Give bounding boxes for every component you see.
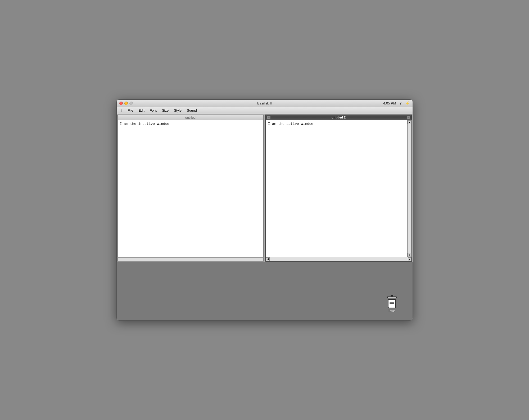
active-window: ☰ untitled 2 ☰ I am the active window ▲ bbox=[265, 115, 412, 262]
mac-window: Basilisk II 4:05 PM ? ⚡  File Edit Font… bbox=[116, 99, 413, 321]
active-window-title: untitled 2 bbox=[271, 116, 407, 119]
menu-item-file[interactable]: File bbox=[125, 107, 136, 114]
maximize-button[interactable] bbox=[129, 102, 133, 105]
scroll-track-horizontal[interactable] bbox=[270, 257, 408, 261]
desktop-area: Trash bbox=[117, 262, 413, 320]
title-bar-buttons bbox=[119, 102, 133, 105]
active-text: I am the active window bbox=[268, 122, 314, 126]
minimize-button[interactable] bbox=[124, 102, 128, 105]
menu-item-sound[interactable]: Sound bbox=[184, 107, 200, 114]
inactive-horizontal-scrollbar[interactable] bbox=[118, 257, 263, 261]
scroll-up-arrow[interactable]: ▲ bbox=[408, 120, 411, 124]
menu-item-style[interactable]: Style bbox=[171, 107, 184, 114]
scroll-track-vertical[interactable] bbox=[408, 124, 411, 253]
window-collapse-icon[interactable]: ☰ bbox=[267, 116, 271, 119]
trash-body bbox=[388, 299, 396, 308]
trash-can bbox=[387, 296, 397, 308]
trash-handle bbox=[391, 295, 393, 296]
scroll-left-arrow[interactable]: ◀ bbox=[266, 257, 270, 261]
help-icon[interactable]: ? bbox=[398, 101, 403, 106]
trash-line-2 bbox=[390, 303, 394, 304]
menu-bar:  File Edit Font Size Style Sound bbox=[117, 107, 413, 114]
active-window-titlebar[interactable]: ☰ untitled 2 ☰ bbox=[266, 115, 412, 120]
inactive-window-title[interactable]: untitled bbox=[118, 115, 263, 120]
title-bar-right: 4:05 PM ? ⚡ bbox=[383, 101, 410, 106]
clock-display: 4:05 PM bbox=[383, 101, 396, 105]
menu-item-font[interactable]: Font bbox=[147, 107, 159, 114]
trash-lid bbox=[387, 296, 397, 298]
active-window-content[interactable]: I am the active window bbox=[266, 120, 412, 257]
scroll-down-arrow[interactable]: ▼ bbox=[408, 253, 411, 257]
inactive-text: I am the inactive window bbox=[120, 122, 169, 126]
document-area: untitled I am the inactive window ☰ unti… bbox=[117, 114, 413, 262]
window-title: Basilisk II bbox=[257, 101, 272, 105]
inactive-window: untitled I am the inactive window bbox=[117, 115, 264, 262]
apple-logo:  bbox=[121, 108, 122, 113]
apple-menu[interactable]:  bbox=[118, 107, 125, 114]
horizontal-scrollbar[interactable]: ◀ ▶ bbox=[266, 257, 412, 261]
bolt-icon[interactable]: ⚡ bbox=[405, 101, 410, 106]
title-bar: Basilisk II 4:05 PM ? ⚡ bbox=[117, 100, 413, 107]
menu-item-size[interactable]: Size bbox=[159, 107, 171, 114]
trash-line-1 bbox=[390, 302, 394, 303]
scroll-right-arrow[interactable]: ▶ bbox=[408, 257, 412, 261]
menu-item-edit[interactable]: Edit bbox=[136, 107, 147, 114]
trash-label: Trash bbox=[388, 309, 396, 312]
trash-icon[interactable]: Trash bbox=[387, 296, 397, 312]
window-zoom-icon[interactable]: ☰ bbox=[407, 116, 410, 119]
close-button[interactable] bbox=[119, 102, 123, 105]
trash-line-3 bbox=[390, 305, 394, 305]
inactive-window-content[interactable]: I am the inactive window bbox=[118, 120, 263, 257]
vertical-scrollbar[interactable]: ▲ ▼ bbox=[407, 120, 412, 257]
